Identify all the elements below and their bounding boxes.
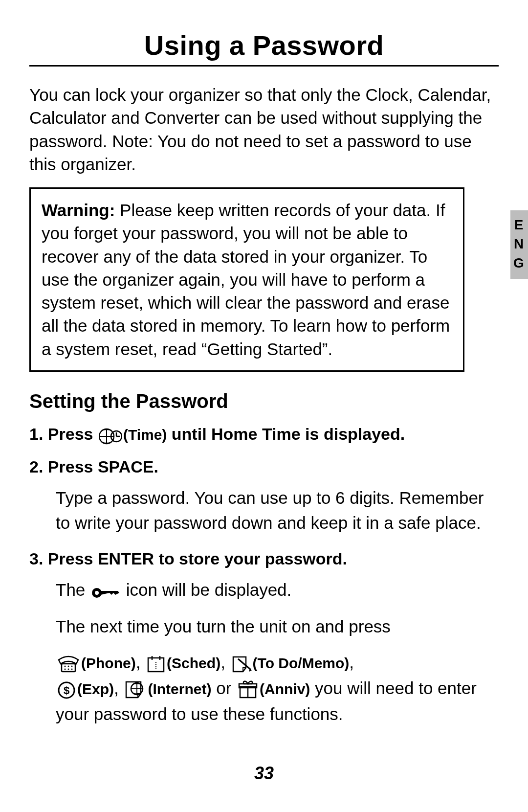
sep-4: , (114, 678, 123, 698)
sep-1: , (136, 653, 145, 672)
sched-icon (146, 651, 166, 676)
svg-point-11 (71, 665, 73, 667)
anniv-icon (237, 677, 259, 702)
sep-or: or (211, 678, 236, 698)
page-content: Using a Password You can lock your organ… (0, 0, 528, 727)
page-number: 33 (0, 763, 528, 784)
time-icon-label: (Time) (123, 427, 167, 443)
intro-paragraph: You can lock your organizer so that only… (29, 83, 499, 176)
step-1-text-b: until Home Time is displayed. (167, 425, 405, 443)
exp-icon: $ (57, 677, 76, 702)
step-3-icons-line: (Phone), (Sched), (To Do/Memo), $ (56, 650, 499, 727)
todo-icon-label: (To Do/Memo) (253, 655, 350, 671)
step-3-num: 3. (29, 549, 48, 568)
language-tab: E N G (510, 210, 528, 279)
step-2-text: Press SPACE. (48, 457, 158, 476)
svg-point-10 (68, 665, 69, 667)
warning-box: Warning: Please keep written records of … (29, 187, 464, 372)
phone-icon (57, 651, 80, 676)
key-icon (91, 579, 120, 604)
language-tab-text: E N G (513, 217, 525, 271)
sched-icon-label: (Sched) (167, 655, 220, 671)
svg-point-7 (95, 591, 99, 595)
step-1-text-a: Press (48, 425, 98, 443)
section-subtitle: Setting the Password (29, 390, 499, 412)
svg-point-12 (65, 668, 66, 670)
internet-icon (124, 677, 147, 702)
step-3-body-1b: icon will be displayed. (121, 580, 291, 599)
step-3-body-1: The icon will be displayed. (56, 578, 499, 604)
warning-text: Please keep written records of your data… (42, 201, 450, 359)
svg-rect-8 (62, 664, 75, 672)
step-2-body: Type a password. You can use up to 6 dig… (56, 486, 499, 536)
step-2: 2. Press SPACE. (29, 454, 499, 480)
anniv-icon-label: (Anniv) (260, 681, 310, 697)
step-3-body-2: The next time you turn the unit on and p… (56, 614, 499, 639)
step-1: 1. Press (Time) until Home Time is displ… (29, 421, 499, 448)
time-icon (99, 422, 122, 448)
sep-2: , (220, 653, 230, 672)
step-3-text: Press ENTER to store your password. (48, 549, 347, 568)
title-rule (29, 65, 499, 67)
sep-3: , (349, 653, 354, 672)
phone-icon-label: (Phone) (81, 655, 136, 671)
internet-icon-label: (Internet) (148, 681, 211, 697)
exp-icon-label: (Exp) (77, 681, 114, 697)
step-2-num: 2. (29, 457, 48, 476)
warning-lead: Warning: (42, 201, 115, 220)
step-3-body-1a: The (56, 580, 90, 599)
svg-point-9 (65, 665, 66, 667)
todo-icon (231, 651, 252, 676)
svg-point-14 (71, 668, 73, 670)
svg-text:$: $ (64, 684, 69, 697)
step-1-num: 1. (29, 425, 48, 443)
page-title: Using a Password (29, 29, 499, 61)
svg-point-13 (68, 668, 69, 670)
step-3: 3. Press ENTER to store your password. (29, 546, 499, 572)
